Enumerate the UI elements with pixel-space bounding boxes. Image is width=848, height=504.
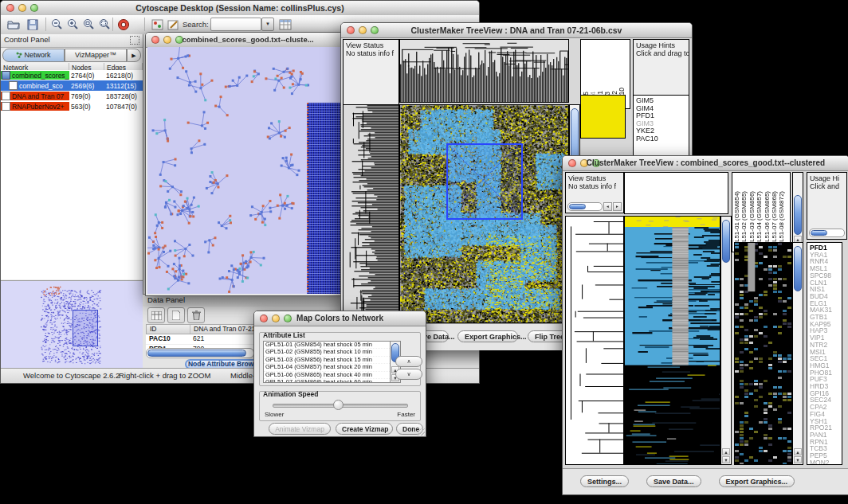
document-icon [2, 102, 10, 111]
delete-attribute-trash-icon[interactable] [187, 307, 205, 323]
map-colors-dialog: Map Colors to Network Attribute List GPL… [253, 311, 426, 437]
birdseye-view[interactable] [1, 280, 143, 369]
scroll-left-arrow[interactable]: ◂ [603, 202, 612, 211]
network-table-row[interactable]: combined_scores_ 2764(0) 16218(0) [1, 70, 143, 80]
edit-network-icon[interactable] [165, 17, 181, 32]
tv2-action-button[interactable]: Save Data... [646, 475, 701, 487]
tv1-row-dendrogram[interactable] [343, 104, 399, 323]
control-panel-tabs: Network VizMapper™ ▶ [1, 48, 143, 63]
tv1-heatmap-selection[interactable] [446, 143, 523, 220]
tv1-column-dendrogram[interactable] [399, 39, 569, 103]
zoom-out-icon[interactable] [49, 17, 65, 32]
zoom-in-icon[interactable] [65, 17, 80, 32]
network-table-row[interactable]: combined_sco 2569(6) 13112(15) [1, 80, 143, 91]
animation-speed-group: Animation Speed Slower Faster [259, 391, 421, 421]
zoom-one-to-one-icon[interactable] [80, 17, 96, 32]
tv2-column-dendrogram[interactable] [624, 172, 728, 214]
new-attribute-icon[interactable] [167, 307, 185, 323]
scroll-down-arrow[interactable]: ▼ [722, 456, 730, 463]
search-dropdown-arrow[interactable]: ▼ [261, 18, 274, 31]
attribute-column-header: ID [147, 325, 190, 334]
status-hint-middle: Middle- [230, 371, 255, 380]
tv2-zoom-heatmap[interactable] [734, 242, 792, 465]
tv1-usage-hints-panel: Usage HintsClick and drag tc [633, 39, 689, 99]
speed-slider-thumb[interactable] [333, 400, 344, 410]
document-icon [2, 92, 10, 100]
move-up-button[interactable]: ∧ [395, 356, 422, 367]
dialog-titlebar[interactable]: Map Colors to Network [254, 311, 426, 326]
import-table-icon[interactable] [277, 17, 293, 32]
tv2-zoom-vscrollbar[interactable]: ▲ ▼ [792, 242, 803, 465]
scroll-right-arrow[interactable]: ▸ [613, 202, 622, 211]
annotation-lifebuoy-icon[interactable] [116, 17, 132, 32]
vizmapper-icon[interactable] [149, 17, 165, 32]
tab-overflow-arrow[interactable]: ▶ [127, 49, 141, 62]
treeview-combined-window: ClusterMaker TreeView : combined_scores_… [562, 155, 848, 495]
network-tab-icon [16, 50, 22, 57]
network-view-titlebar[interactable]: combined_scores_good.txt--cluste... [146, 33, 350, 48]
main-window-title: Cytoscape Desktop (Session Name: collins… [1, 3, 479, 13]
animate-vizmap-button[interactable]: Animate Vizmap [269, 423, 331, 435]
tv2-global-heatmap[interactable] [624, 216, 720, 465]
dialog-title: Map Colors to Network [254, 314, 426, 322]
tv2-row-dendrogram[interactable] [565, 216, 624, 465]
tv1-zoom-heatmap-matrix[interactable] [580, 95, 626, 139]
data-panel-title: Data Panel [143, 295, 341, 307]
network-table-row[interactable]: RNAPuberNov2+ 563(0) 107847(0) [1, 101, 143, 111]
tab-vizmapper[interactable]: VizMapper™ [65, 49, 127, 62]
search-input[interactable] [210, 18, 261, 31]
document-icon [9, 81, 18, 90]
gene-label[interactable]: PAC10 [636, 135, 689, 143]
save-icon[interactable] [25, 17, 41, 32]
scroll-down-arrow[interactable]: ▼ [794, 456, 802, 463]
network-list[interactable]: combined_scores_ 2764(0) 16218(0) combin… [1, 70, 143, 279]
tv2-gene-list[interactable]: PFD1YRA1RNR4MSL1SPC98CLN1NIS1BUD4ELG1MAK… [807, 242, 842, 465]
control-panel: Control Panel Network VizMapper™ ▶ Netwo… [1, 34, 143, 369]
zoom-fit-icon[interactable] [96, 17, 112, 32]
resize-grip[interactable] [418, 428, 425, 436]
treeview-combined-titlebar[interactable]: ClusterMaker TreeView : combined_scores_… [563, 156, 848, 171]
treeview-dna-titlebar[interactable]: ClusterMaker TreeView : DNA and Tran 07-… [341, 23, 692, 38]
search-label: Search: [183, 20, 209, 29]
tv2-usage-hints-panel: Usage HiClick and [807, 172, 847, 240]
data-panel-hscrollbar[interactable] [146, 348, 254, 358]
matrix-cell[interactable] [581, 96, 588, 103]
attribute-list-label: Attribute List [263, 331, 305, 339]
network-table-row[interactable]: DNA and Tran 07 769(0) 183728(0) [1, 91, 143, 101]
tv1-export-graphics-button[interactable]: Export Graphics... [457, 330, 518, 342]
gene-label[interactable]: MON2 [810, 459, 842, 465]
tv2-view-status-panel: View StatusNo status info f ◂▸ [565, 172, 624, 213]
tv2-collabel-scrollbar[interactable]: ▲ ▼ [792, 172, 803, 252]
open-folder-icon[interactable] [6, 17, 22, 32]
tv2-action-button[interactable]: Settings... [580, 475, 629, 487]
create-vizmap-button[interactable]: Create Vizmap [336, 423, 393, 435]
folder-icon [2, 71, 10, 80]
tv2-button-bar: Settings...Save Data...Export Graphics..… [563, 468, 848, 494]
tv2-column-labels[interactable]: GPL51-01 (GSM854)GPL51-02 (GSM855)GPL51-… [732, 172, 791, 252]
tv2-status-scrollbar[interactable] [567, 202, 603, 211]
tv2-action-button[interactable]: Export Graphics... [719, 475, 795, 487]
tv2-heatmap-vscrollbar[interactable]: ▲ ▼ [720, 216, 732, 465]
birdseye-selection-rect[interactable] [73, 310, 98, 346]
treeview-dna-title: ClusterMaker TreeView : DNA and Tran 07-… [341, 25, 692, 35]
status-welcome: Welcome to Cytoscape 2.6.2 [23, 371, 120, 380]
network-view-title: combined_scores_good.txt--cluste... [146, 35, 350, 44]
faster-label: Faster [397, 411, 415, 418]
scroll-up-arrow[interactable]: ▲ [722, 448, 730, 455]
desktop: Cytoscape Desktop (Session Name: collins… [0, 0, 848, 504]
attribute-list[interactable]: GPL51-01 (GSM854) heat shock 05 minGPL51… [263, 341, 391, 383]
float-panel-icon[interactable] [130, 36, 139, 45]
treeview-combined-title: ClusterMaker TreeView : combined_scores_… [563, 158, 848, 167]
network-canvas[interactable] [147, 47, 348, 294]
tv1-global-heatmap[interactable] [399, 104, 569, 323]
slower-label: Slower [265, 411, 284, 418]
move-down-button[interactable]: ∨ [395, 369, 422, 380]
attribute-select-icon[interactable] [147, 307, 165, 323]
dense-network-block[interactable] [307, 103, 344, 294]
tab-network[interactable]: Network [2, 49, 65, 62]
scroll-up-arrow[interactable]: ▲ [794, 448, 802, 455]
attribute-list-item[interactable]: GPL51-07 (GSM868) heat shock 60 min [264, 379, 390, 383]
main-titlebar[interactable]: Cytoscape Desktop (Session Name: collins… [1, 1, 479, 16]
status-hint-zoom: Right-click + drag to ZOOM [119, 371, 210, 380]
tv2-usage-scrollbar[interactable] [809, 229, 845, 237]
